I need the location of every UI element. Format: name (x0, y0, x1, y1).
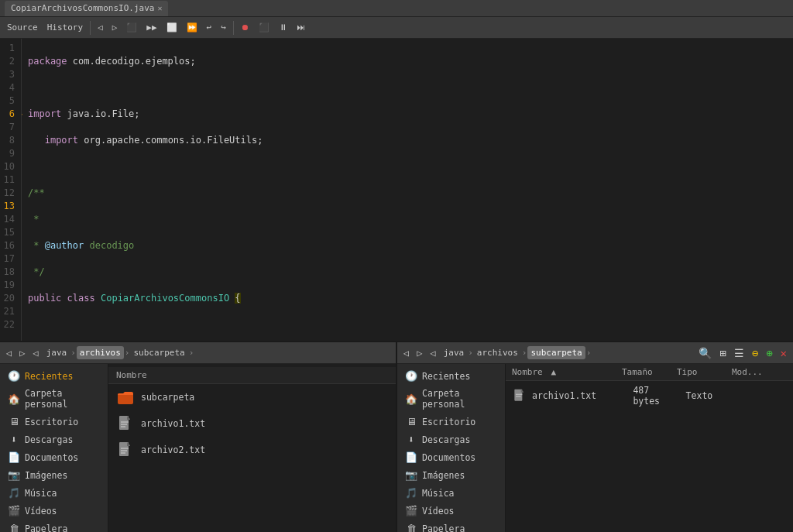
fm-right-prev-btn[interactable]: ◁ (400, 346, 412, 360)
fm-right-up-btn[interactable]: ◁ (427, 346, 438, 360)
line-num: 1 (3, 42, 15, 55)
fm-right-sidebar-carpeta[interactable]: 🏠 Carpeta personal (397, 385, 505, 413)
musica-label: Música (25, 488, 57, 499)
music-icon: 🎵 (8, 487, 20, 499)
fm-sidebar-musica[interactable]: 🎵 Música (0, 484, 108, 502)
fm-right-sidebar-documentos[interactable]: 📄 Documentos (397, 448, 505, 466)
fm-sidebar-escritorio[interactable]: 🖥 Escritorio (0, 413, 108, 431)
fm-left-up-btn[interactable]: ◁ (29, 346, 41, 360)
fm-right-sidebar-descargas[interactable]: ⬇ Descargas (397, 431, 505, 448)
fm-right-sidebar-escritorio[interactable]: 🖥 Escritorio (397, 413, 505, 431)
fm-sidebar-documentos[interactable]: 📄 Documentos (0, 448, 108, 466)
source-tab[interactable]: Source (3, 21, 42, 34)
fm-right-bc-archivos[interactable]: archivos (474, 346, 521, 359)
fm-right-sidebar-recientes[interactable]: 🕐 Recientes (397, 367, 505, 385)
toolbar-forward-btn[interactable]: ▷ (108, 21, 122, 34)
code-line-7: * (28, 213, 787, 226)
fm-sidebar-carpeta-personal[interactable]: 🏠 Carpeta personal (0, 385, 108, 413)
fm-left-prev-btn[interactable]: ◁ (3, 346, 15, 360)
file-icon (512, 388, 527, 403)
fm-left-bc-subcarpeta[interactable]: subcarpeta (130, 346, 187, 359)
line-num: 9 (3, 147, 15, 160)
desktop-icon: 🖥 (8, 416, 20, 427)
toolbar-btn-8[interactable]: ↪ (217, 21, 230, 34)
fm-sidebar-papelera[interactable]: 🗑 Papelera (0, 520, 108, 532)
fm-left-name-col: Nombre (116, 370, 147, 380)
line-num: 16 (3, 239, 15, 252)
fm-right-sidebar-papelera[interactable]: 🗑 Papelera (397, 520, 505, 532)
col-size[interactable]: Tamaño (622, 367, 677, 377)
file-name: archivo2.txt (141, 444, 205, 455)
fm-maximize-icon[interactable]: ⊕ (763, 345, 775, 361)
fm-search-icon[interactable]: 🔍 (695, 345, 715, 361)
fm-left-sidebar: 🕐 Recientes 🏠 Carpeta personal 🖥 Escrito… (0, 364, 108, 532)
toolbar-back-btn[interactable]: ◁ (94, 21, 107, 34)
fm-sidebar-descargas[interactable]: ⬇ Descargas (0, 431, 108, 448)
line-numbers: 1 2 3 4 5 6 7 8 9 10 11 12 13 14 15 16 1… (0, 39, 22, 341)
fm-sidebar-imagenes[interactable]: 📷 Imágenes (0, 466, 108, 484)
fm-close-icon[interactable]: ✕ (778, 345, 790, 361)
code-line-2 (28, 81, 787, 94)
table-row[interactable]: archivo1.txt 487 bytes Texto (506, 381, 793, 410)
fm-left-bc-sep2: › (125, 348, 130, 358)
fm-right-bc-java[interactable]: java (441, 346, 468, 359)
fm-right-nav: ◁ ▷ ◁ java › archivos › subcarpeta › 🔍 ⊞… (397, 342, 793, 364)
line-num: 14 (3, 213, 15, 226)
toolbar-btn-6[interactable]: ⏩ (183, 21, 201, 34)
line-num: 6 (3, 108, 15, 121)
file-manager-left: ◁ ▷ ◁ java › archivos › subcarpeta › 🕐 R… (0, 342, 397, 532)
fm-right-sidebar: 🕐 Recientes 🏠 Carpeta personal 🖥 Escrito… (397, 364, 506, 532)
fm-right-bc-sep2: › (522, 348, 527, 358)
music-icon: 🎵 (405, 487, 417, 499)
line-num: 8 (3, 134, 15, 147)
col-modified[interactable]: Mod... (732, 367, 787, 377)
documents-icon: 📄 (405, 451, 417, 463)
code-line-3: ▶import java.io.File; (28, 108, 787, 121)
history-tab[interactable]: History (43, 21, 87, 34)
list-item[interactable]: subcarpeta (108, 384, 396, 410)
sort-asc-icon: ▲ (551, 367, 556, 377)
svg-marker-12 (521, 390, 524, 393)
list-item[interactable]: archivo2.txt (108, 437, 396, 463)
fm-left-bc-java[interactable]: java (43, 346, 70, 359)
file-icon (116, 414, 135, 433)
col-name[interactable]: Nombre ▲ (512, 367, 622, 377)
fm-right-breadcrumb: java › archivos › subcarpeta › (441, 346, 592, 359)
code-line-11 (28, 318, 787, 331)
fm-minimize-icon[interactable]: ⊖ (749, 345, 761, 361)
papelera-label: Papelera (25, 523, 67, 533)
code-line-10: public class CopiarArchivosCommonsIO { (28, 292, 787, 305)
fm-left-bc-archivos[interactable]: archivos (77, 346, 124, 359)
toolbar-btn-3[interactable]: ⬛ (122, 21, 141, 34)
fm-left-bc-sep3: › (189, 348, 194, 358)
fm-right-next-btn[interactable]: ▷ (414, 346, 425, 360)
line-num: 22 (3, 318, 15, 331)
toolbar-btn-7[interactable]: ↩ (203, 21, 216, 34)
fm-right-sidebar-videos[interactable]: 🎬 Vídeos (397, 502, 505, 520)
code-content[interactable]: package com.decodigo.ejemplos; ▶import j… (22, 39, 793, 341)
toolbar-btn-5[interactable]: ⬜ (163, 21, 181, 34)
toolbar-stop-btn[interactable]: ⬛ (255, 21, 273, 34)
list-item[interactable]: archivo1.txt (108, 410, 396, 437)
toolbar-pause-btn[interactable]: ⏸ (275, 21, 291, 34)
col-type[interactable]: Tipo (677, 367, 732, 377)
fm-list-view-icon[interactable]: ☰ (731, 345, 747, 361)
toolbar-run-btn[interactable]: ⏺ (237, 21, 253, 34)
fm-sidebar-recientes[interactable]: 🕐 Recientes (0, 367, 108, 385)
toolbar-btn-4[interactable]: ▶▶ (142, 21, 160, 34)
fm-sidebar-videos[interactable]: 🎬 Vídeos (0, 502, 108, 520)
fm-right-bc-subcarpeta[interactable]: subcarpeta (527, 346, 585, 359)
fm-right-sidebar-musica[interactable]: 🎵 Música (397, 484, 505, 502)
fm-view-toggle-icon[interactable]: ⊞ (716, 345, 729, 361)
line-num: 15 (3, 226, 15, 239)
svg-marker-2 (127, 416, 130, 420)
fm-left-next-btn[interactable]: ▷ (16, 346, 28, 360)
editor-tab[interactable]: CopiarArchivosCommonsIO.java ✕ (5, 1, 168, 16)
carpeta-label: Carpeta personal (422, 388, 497, 410)
toolbar-step-btn[interactable]: ⏭ (293, 21, 309, 34)
carpeta-personal-label: Carpeta personal (25, 388, 100, 410)
file-name-cell: archivo1.txt (532, 390, 628, 401)
close-icon[interactable]: ✕ (157, 4, 162, 12)
fm-right-sidebar-imagenes[interactable]: 📷 Imágenes (397, 466, 505, 484)
videos-icon: 🎬 (8, 505, 20, 517)
